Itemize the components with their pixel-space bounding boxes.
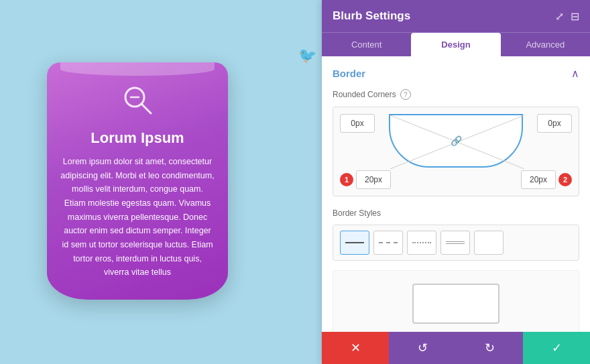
svg-line-1	[141, 104, 151, 113]
rounded-corners-label: Rounded Corners ?	[333, 89, 579, 100]
corner-bottom-right-input[interactable]	[521, 170, 556, 189]
preview-area: Lorum Ipsum Lorem ipsum dolor sit amet, …	[40, 34, 235, 328]
corners-widget: 🔗 1 2	[333, 107, 579, 196]
redo-button[interactable]: ↻	[456, 332, 523, 364]
border-section-title: Border	[333, 68, 365, 79]
border-styles-label: Border Styles	[333, 208, 579, 218]
tab-advanced[interactable]: Advanced	[501, 33, 590, 56]
save-button[interactable]: ✓	[523, 332, 590, 364]
corner-preview-container: 🔗	[380, 114, 532, 168]
border-style-solid[interactable]	[340, 231, 369, 255]
corners-top-row: 🔗	[340, 114, 572, 168]
solid-line	[345, 242, 364, 243]
bird-icon: 🐦	[298, 47, 316, 64]
expand-icon[interactable]: ⤢	[555, 10, 564, 23]
border-section-header: Border ∧	[333, 67, 579, 80]
link-icon: 🔗	[451, 135, 462, 146]
panel-tabs: Content Design Advanced	[322, 32, 590, 56]
blurb-text: Lorem ipsum dolor sit amet, consectetur …	[60, 155, 215, 280]
corner-badge-2: 2	[558, 173, 572, 186]
dashed-line-1	[379, 242, 398, 243]
panel-header: Blurb Settings ⤢ ⊟	[322, 0, 590, 32]
settings-panel: Blurb Settings ⤢ ⊟ Content Design Advanc…	[322, 0, 590, 364]
rounded-corners-text: Rounded Corners	[333, 90, 396, 99]
panel-title: Blurb Settings	[333, 9, 410, 23]
undo-button[interactable]: ↺	[389, 332, 456, 364]
border-style-options	[333, 225, 579, 261]
border-section-toggle[interactable]: ∧	[571, 67, 579, 80]
border-preview-box	[412, 284, 499, 324]
corner-bottom-left-input[interactable]	[356, 170, 391, 189]
panel-body: Border ∧ Rounded Corners ? 🔗	[322, 56, 590, 332]
tab-design[interactable]: Design	[411, 33, 500, 56]
border-styles-section: Border Styles	[333, 208, 579, 261]
panel-footer: ✕ ↺ ↻ ✓	[322, 332, 590, 364]
blurb-search-icon	[60, 82, 215, 123]
border-style-dashed-1[interactable]	[373, 231, 403, 255]
blurb-title: Lorum Ipsum	[60, 129, 215, 147]
tab-content[interactable]: Content	[322, 33, 411, 56]
panel-header-icons: ⤢ ⊟	[555, 10, 579, 23]
border-preview-area	[333, 270, 579, 332]
no-line	[479, 242, 498, 243]
blurb-card: Lorum Ipsum Lorem ipsum dolor sit amet, …	[47, 62, 228, 300]
corner-top-right-input[interactable]	[537, 114, 572, 133]
border-style-double[interactable]	[440, 231, 470, 255]
corner-badge-1: 1	[340, 173, 353, 186]
border-style-none[interactable]	[474, 231, 504, 255]
corner-bottom-right-group: 2	[521, 170, 572, 189]
corner-preview: 🔗	[389, 114, 523, 168]
dotted-line	[412, 242, 431, 243]
corner-top-left-input[interactable]	[340, 114, 375, 133]
border-style-dashed-2[interactable]	[407, 231, 436, 255]
rounded-corners-help[interactable]: ?	[400, 89, 411, 100]
columns-icon[interactable]: ⊟	[571, 10, 579, 23]
cancel-button[interactable]: ✕	[322, 332, 389, 364]
double-line	[446, 241, 465, 244]
corners-bottom-row: 1 2	[340, 170, 572, 189]
corner-bottom-left-group: 1	[340, 170, 391, 189]
